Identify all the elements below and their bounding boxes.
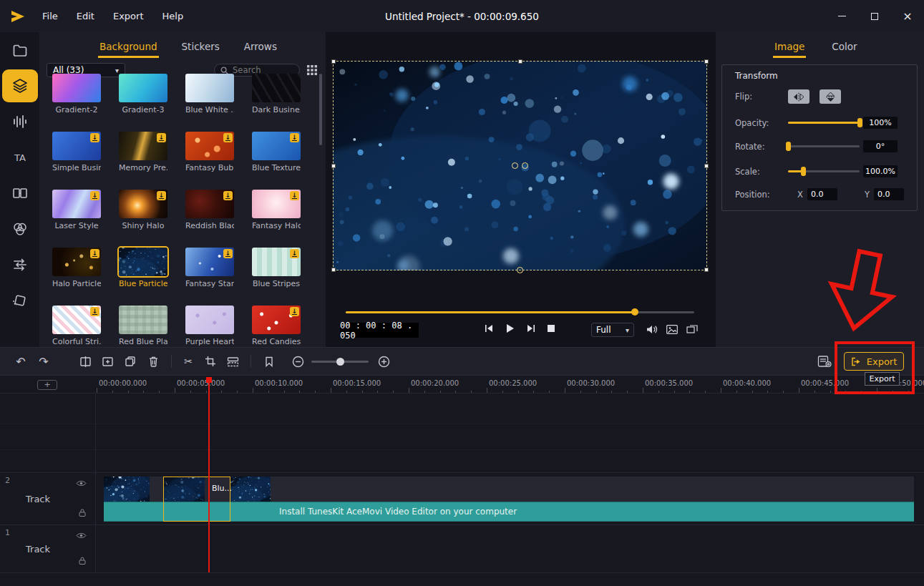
timeline-zoom-knob[interactable] bbox=[336, 358, 344, 366]
download-badge-icon[interactable]: ↓ bbox=[90, 191, 99, 200]
crop-icon[interactable] bbox=[201, 352, 220, 371]
close-button[interactable]: × bbox=[891, 0, 924, 32]
media-item-red-blue-plaid[interactable]: Red Blue Plaid bbox=[119, 306, 167, 347]
download-badge-icon[interactable]: ↓ bbox=[223, 249, 233, 258]
sidebar-item-elements[interactable] bbox=[2, 69, 38, 102]
play-button[interactable] bbox=[505, 323, 515, 333]
tab-arrows[interactable]: Arrows bbox=[244, 41, 277, 52]
sidebar-item-transitions[interactable] bbox=[0, 175, 39, 211]
download-badge-icon[interactable]: ↓ bbox=[90, 249, 99, 258]
sidebar-item-behaviors[interactable] bbox=[0, 247, 39, 283]
minimize-button[interactable] bbox=[825, 0, 858, 32]
position-y-input[interactable]: 0.0 bbox=[874, 188, 904, 200]
sidebar-item-text[interactable]: TA bbox=[0, 140, 39, 175]
tab-background[interactable]: Background bbox=[99, 41, 157, 52]
download-badge-icon[interactable]: ↓ bbox=[157, 133, 166, 142]
media-item-memory-pre[interactable]: ↓Memory Pre... bbox=[119, 132, 167, 190]
opacity-value[interactable]: 100% bbox=[863, 117, 898, 129]
media-item-fantasy-star[interactable]: ↓Fantasy Star... bbox=[185, 248, 234, 306]
scale-knob[interactable] bbox=[801, 167, 806, 176]
menu-help[interactable]: Help bbox=[162, 11, 184, 21]
export-button[interactable]: Export bbox=[844, 352, 904, 371]
track-visibility-toggle[interactable] bbox=[76, 479, 87, 487]
add-clip-icon[interactable] bbox=[98, 352, 117, 371]
download-badge-icon[interactable]: ↓ bbox=[290, 249, 299, 258]
rotate-knob[interactable] bbox=[786, 142, 791, 151]
media-scrollbar[interactable] bbox=[319, 74, 322, 145]
timeline-zoom-slider[interactable] bbox=[311, 361, 369, 363]
media-item-simple-busin[interactable]: ↓Simple Busin... bbox=[52, 132, 101, 190]
rotate-slider[interactable] bbox=[788, 145, 860, 147]
flip-horizontal-button[interactable] bbox=[788, 89, 809, 104]
track-lock-toggle[interactable] bbox=[78, 508, 87, 517]
clip-thumbnail[interactable] bbox=[230, 477, 271, 502]
dual-screen-icon[interactable] bbox=[686, 325, 698, 334]
track-lock-toggle[interactable] bbox=[78, 556, 87, 565]
previous-frame-button[interactable] bbox=[485, 324, 493, 333]
scale-value[interactable]: 100.0% bbox=[863, 165, 898, 177]
media-item-red-candies[interactable]: ↓Red Candies bbox=[252, 306, 301, 347]
media-item-fantasy-bub[interactable]: ↓Fantasy Bub... bbox=[185, 132, 234, 190]
clip-thumbnail[interactable] bbox=[104, 477, 150, 502]
playhead[interactable] bbox=[208, 377, 210, 572]
next-frame-button[interactable] bbox=[527, 324, 535, 333]
menu-file[interactable]: File bbox=[42, 11, 58, 21]
media-item-blue-particles[interactable]: Blue Particles bbox=[119, 248, 167, 306]
media-item-gradient-2[interactable]: Gradient-2 bbox=[52, 74, 101, 132]
download-badge-icon[interactable]: ↓ bbox=[223, 191, 233, 200]
scissors-icon[interactable]: ✂ bbox=[179, 352, 198, 371]
tab-color[interactable]: Color bbox=[832, 41, 857, 52]
maximize-button[interactable] bbox=[858, 0, 891, 32]
scale-slider[interactable] bbox=[788, 170, 860, 172]
position-x-input[interactable]: 0.0 bbox=[807, 188, 837, 200]
download-badge-icon[interactable]: ↓ bbox=[290, 191, 299, 200]
media-item-shiny-halo[interactable]: ↓Shiny Halo bbox=[119, 190, 167, 248]
sidebar-item-audio[interactable] bbox=[0, 104, 39, 140]
opacity-knob[interactable] bbox=[857, 118, 862, 127]
media-item-fantasy-halo[interactable]: ↓Fantasy Halo bbox=[252, 190, 301, 248]
rotate-value[interactable]: 0° bbox=[863, 140, 898, 152]
flip-vertical-button[interactable] bbox=[820, 89, 841, 104]
media-item-blue-white[interactable]: Blue White ... bbox=[185, 74, 234, 132]
tab-stickers[interactable]: Stickers bbox=[182, 41, 220, 52]
preview-seekbar[interactable] bbox=[346, 311, 694, 313]
export-settings-icon[interactable] bbox=[815, 352, 834, 371]
menu-export[interactable]: Export bbox=[113, 11, 144, 21]
sidebar-item-animation[interactable] bbox=[0, 283, 39, 318]
sidebar-item-media[interactable] bbox=[0, 32, 39, 68]
split-clip-icon[interactable] bbox=[76, 352, 94, 371]
download-badge-icon[interactable]: ↓ bbox=[290, 307, 299, 316]
download-badge-icon[interactable]: ↓ bbox=[157, 191, 166, 200]
track-visibility-toggle[interactable] bbox=[76, 532, 87, 539]
undo-icon[interactable]: ↶ bbox=[11, 352, 30, 371]
download-badge-icon[interactable]: ↓ bbox=[223, 133, 233, 142]
media-item-colorful-stri[interactable]: ↓Colorful Stri... bbox=[52, 306, 101, 347]
download-badge-icon[interactable]: ↓ bbox=[90, 133, 99, 142]
media-item-laser-style[interactable]: ↓Laser Style bbox=[52, 190, 101, 248]
delete-icon[interactable] bbox=[144, 352, 162, 371]
selected-clip-outline[interactable] bbox=[163, 477, 230, 522]
media-item-halo-particles[interactable]: ↓Halo Particles bbox=[52, 248, 101, 306]
sidebar-item-filters[interactable] bbox=[0, 211, 39, 247]
media-item-purple-hearts[interactable]: Purple Hearts bbox=[185, 306, 234, 347]
tab-image[interactable]: Image bbox=[774, 41, 804, 52]
menu-edit[interactable]: Edit bbox=[77, 11, 94, 21]
timeline-ruler[interactable]: 00:00:00.00000:00:05.00000:00:10.00000:0… bbox=[0, 376, 924, 394]
media-item-reddish-blac[interactable]: ↓Reddish Blac... bbox=[185, 190, 234, 248]
preview-video[interactable] bbox=[333, 61, 707, 270]
zoom-in-icon[interactable] bbox=[374, 352, 393, 371]
stop-button[interactable] bbox=[548, 325, 555, 332]
grid-view-icon[interactable] bbox=[307, 65, 317, 75]
media-item-blue-texture[interactable]: ↓Blue Texture bbox=[252, 132, 301, 190]
preview-progress-knob[interactable] bbox=[631, 308, 638, 316]
snapshot-icon[interactable] bbox=[666, 325, 678, 334]
zoom-out-icon[interactable] bbox=[288, 352, 307, 371]
download-badge-icon[interactable]: ↓ bbox=[290, 133, 299, 142]
opacity-slider[interactable] bbox=[788, 122, 860, 124]
zoom-mode-dropdown[interactable]: Full ▾ bbox=[591, 323, 634, 337]
media-item-blue-stripes[interactable]: ↓Blue Stripes bbox=[252, 248, 301, 306]
add-track-button[interactable]: + bbox=[37, 380, 57, 390]
marker-icon[interactable] bbox=[260, 352, 278, 371]
media-item-dark-busine[interactable]: Dark Busine... bbox=[252, 74, 301, 132]
redo-icon[interactable]: ↷ bbox=[34, 352, 53, 371]
